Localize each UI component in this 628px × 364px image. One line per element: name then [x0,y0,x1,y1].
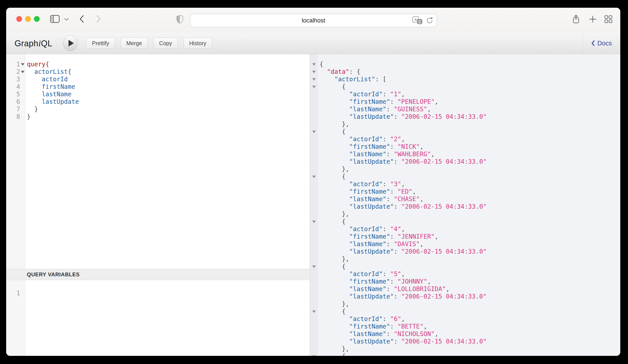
response-line: "lastName": "DAVIS", [310,240,620,248]
response-line: "firstName": "BETTE", [310,323,620,330]
line-number: 7 [6,106,20,113]
graphiql-content: 1query{2 actorList{3 actorId4 firstName5… [6,54,620,356]
response-line: "lastUpdate": "2006-02-15 04:34:33.0" [310,338,620,345]
fold-arrow-icon[interactable] [312,63,316,66]
response-line: }, [310,121,620,128]
response-line: "lastName": "LOLLOBRIGIDA", [310,285,620,293]
screen: { "browser": { "url": "localhost" }, "gr… [0,0,628,364]
response-line: "firstName": "PENELOPE", [310,98,620,106]
history-button[interactable]: History [184,38,212,49]
line-number: 1 [6,61,20,68]
response-line: "actorId": "6", [310,315,620,323]
response-line: "actorId": "5", [310,270,620,278]
response-line: }, [310,345,620,353]
logo-text: Graph [14,39,38,48]
variables-editor[interactable]: 1 [6,280,310,356]
fold-arrow-icon[interactable] [312,78,316,81]
query-code: 1query{2 actorList{3 actorId4 firstName5… [6,54,310,121]
response-line: }, [310,165,620,173]
response-line: "firstName": "JOHNNY", [310,278,620,285]
query-variables-title: QUERY VARIABLES [27,272,80,278]
response-line: "lastName": "GUINESS", [310,106,620,113]
svg-text:A: A [414,18,417,22]
merge-button[interactable]: Merge [121,38,148,49]
browser-titlebar: localhost A [6,8,620,32]
response-line: }, [310,300,620,308]
docs-button[interactable]: Docs [583,32,620,54]
code-line: 1query{ [6,61,310,68]
close-window-button[interactable] [16,16,22,22]
response-line: }, [310,255,620,263]
execute-button[interactable] [63,35,77,51]
response-pane: { "data": { "actorList": [ { "actorId": … [310,54,620,356]
docs-label: Docs [597,40,612,47]
response-line: "lastUpdate": "2006-02-15 04:34:33.0" [310,203,620,211]
code-line: 5 lastName [6,90,310,98]
response-line: "firstName": "NICK", [310,143,620,150]
tab-group-chevron-icon[interactable] [64,18,69,21]
response-line: "lastName": "CHASE", [310,195,620,203]
fold-arrow-icon[interactable] [312,86,316,88]
line-number: 2 [6,68,20,75]
logo-text-italic: i [38,38,41,48]
logo-text: QL [41,39,52,48]
line-number: 8 [6,113,20,121]
code-line: 6 lastUpdate [6,98,310,106]
response-line: "firstName": "JENNIFER", [310,233,620,240]
response-line: { [310,263,620,270]
code-line: 8} [6,113,310,121]
fold-arrow-icon[interactable] [21,63,24,66]
fold-arrow-icon[interactable] [312,176,316,178]
fold-arrow-icon[interactable] [312,71,316,73]
response-line: { [310,83,620,90]
response-line: "lastUpdate": "2006-02-15 04:34:33.0" [310,113,620,121]
new-tab-icon[interactable] [589,15,597,23]
response-line: "firstName": "ED", [310,188,620,195]
share-icon[interactable] [572,14,580,24]
fold-arrow-icon[interactable] [312,310,316,313]
response-line: { [310,173,620,180]
response-line: "actorId": "2", [310,136,620,143]
query-editor[interactable]: 1query{2 actorList{3 actorId4 firstName5… [6,54,310,269]
fold-arrow-icon[interactable] [312,266,316,268]
zoom-window-button[interactable] [34,16,40,22]
response-line: "lastUpdate": "2006-02-15 04:34:33.0" [310,248,620,255]
code-line: 2 actorList{ [6,68,310,75]
response-line: { [310,353,620,356]
back-button-icon[interactable] [79,15,84,23]
forward-button-icon[interactable] [96,15,101,23]
fold-arrow-icon[interactable] [21,71,24,73]
fold-arrow-icon[interactable] [312,220,316,223]
translate-icon[interactable]: A [412,16,422,25]
sidebar-toggle-icon[interactable] [50,15,60,23]
safari-window: localhost A [6,8,620,356]
line-number: 6 [6,98,20,106]
chevron-left-icon [591,40,595,47]
response-line: "actorList": [ [310,75,620,83]
toolbar-divider [62,15,63,23]
response-line: { [310,61,620,68]
line-number: 3 [6,75,20,83]
response-line: "actorId": "3", [310,180,620,188]
response-json: { "data": { "actorList": [ { "actorId": … [310,54,620,356]
tab-overview-icon[interactable] [604,15,613,23]
line-number: 5 [6,90,20,98]
query-variables-header[interactable]: QUERY VARIABLES [6,269,310,280]
response-line: "actorId": "4", [310,225,620,233]
reload-icon[interactable] [425,16,434,25]
play-icon [69,40,74,47]
address-bar[interactable]: localhost A [190,14,437,27]
fold-arrow-icon[interactable] [312,356,316,356]
line-number: 4 [6,83,20,90]
copy-button[interactable]: Copy [153,38,178,49]
response-line: { [310,128,620,136]
response-line: { [310,218,620,225]
fold-arrow-icon[interactable] [312,131,316,133]
graphiql-toolbar: GraphiQL Prettify Merge Copy History Doc… [6,32,620,54]
code-line: 4 firstName [6,83,310,90]
prettify-button[interactable]: Prettify [86,38,115,49]
minimize-window-button[interactable] [25,16,31,22]
privacy-shield-icon[interactable] [175,14,184,24]
url-text: localhost [302,17,325,24]
response-line: { [310,308,620,315]
